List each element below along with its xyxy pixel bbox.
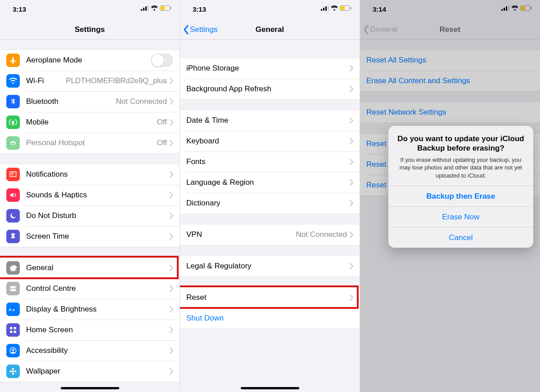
chevron-right-icon <box>170 98 173 105</box>
svg-rect-22 <box>325 6 327 11</box>
row-label: Home Screen <box>26 325 73 334</box>
svg-rect-12 <box>14 331 16 333</box>
svg-point-17 <box>12 373 14 375</box>
row-storage[interactable]: iPhone Storage <box>180 58 360 79</box>
row-label: Display & Brightness <box>26 305 97 314</box>
alert-button-backup[interactable]: Backup then Erase <box>388 186 533 206</box>
wifi-icon <box>151 5 158 11</box>
svg-rect-25 <box>341 6 345 10</box>
chevron-right-icon <box>170 213 173 219</box>
row-label: Aeroplane Mode <box>26 56 82 65</box>
chevron-right-icon <box>350 117 353 124</box>
svg-rect-20 <box>321 9 322 11</box>
chevron-right-icon <box>350 179 353 186</box>
row-label: Keyboard <box>186 137 219 146</box>
switches-icon <box>6 282 20 295</box>
svg-rect-2 <box>145 6 147 11</box>
row-bluetooth[interactable]: BluetoothNot Connected <box>0 91 180 112</box>
alert-sheet: Do you want to update your iCloud Backup… <box>388 126 533 248</box>
row-wifi[interactable]: Wi-FiPLDTHOMEFIBRd2e9Q_plus <box>0 71 180 91</box>
row-sounds[interactable]: Sounds & Haptics <box>0 185 180 205</box>
home-indicator[interactable] <box>61 387 119 389</box>
svg-point-18 <box>10 370 12 373</box>
row-dnd[interactable]: Do Not Disturb <box>0 205 180 226</box>
chevron-right-icon <box>170 78 173 84</box>
status-bar: 3:13 <box>0 0 180 20</box>
chevron-right-icon <box>170 265 173 271</box>
row-keyboard[interactable]: Keyboard <box>180 131 360 151</box>
row-hotspot[interactable]: Personal HotspotOff <box>0 133 180 153</box>
row-dictionary[interactable]: Dictionary <box>180 193 360 214</box>
row-value: Off <box>157 138 167 147</box>
row-notifications[interactable]: Notifications <box>0 164 180 185</box>
row-label: Shut Down <box>186 314 224 323</box>
row-display[interactable]: AADisplay & Brightness <box>0 299 180 320</box>
chevron-left-icon <box>183 25 189 35</box>
row-fonts[interactable]: Fonts <box>180 151 360 172</box>
alert-button-erasenow[interactable]: Erase Now <box>388 206 533 227</box>
status-time: 3:13 <box>13 5 26 13</box>
toggle[interactable] <box>151 53 173 67</box>
row-wallpaper[interactable]: Wallpaper <box>0 361 180 382</box>
chevron-right-icon <box>170 306 173 312</box>
row-label: General <box>26 263 53 272</box>
row-label: Bluetooth <box>26 97 58 106</box>
section: Date & TimeKeyboardFontsLanguage & Regio… <box>180 110 360 214</box>
row-vpn[interactable]: VPNNot Connected <box>180 224 360 245</box>
section: VPNNot Connected <box>180 224 360 245</box>
row-mobile[interactable]: MobileOff <box>0 112 180 133</box>
row-legal[interactable]: Legal & Regulatory <box>180 256 360 276</box>
svg-rect-26 <box>351 7 351 9</box>
row-homescreen[interactable]: Home Screen <box>0 320 180 340</box>
status-bar: 3:13 <box>180 0 360 20</box>
alert-message: If you erase without updating your backu… <box>396 156 525 180</box>
svg-rect-1 <box>143 8 144 11</box>
row-value: Not Connected <box>296 230 347 239</box>
alert-title: Do you want to update your iCloud Backup… <box>396 134 525 153</box>
row-language[interactable]: Language & Region <box>180 172 360 193</box>
chevron-right-icon <box>350 263 353 269</box>
svg-rect-11 <box>10 331 12 333</box>
chevron-right-icon <box>350 65 353 71</box>
chevron-right-icon <box>350 86 353 92</box>
row-aeroplane[interactable]: Aeroplane Mode <box>0 50 180 71</box>
row-general[interactable]: General <box>0 258 180 278</box>
row-label: Control Centre <box>26 284 76 293</box>
svg-point-15 <box>12 370 14 373</box>
row-label: Do Not Disturb <box>26 211 76 220</box>
row-accessibility[interactable]: Accessibility <box>0 340 180 361</box>
row-label: Legal & Regulatory <box>186 262 252 271</box>
chevron-right-icon <box>170 347 173 354</box>
battery-icon <box>160 5 171 11</box>
row-datetime[interactable]: Date & Time <box>180 110 360 131</box>
row-bgrefresh[interactable]: Background App Refresh <box>180 79 360 99</box>
row-label: Personal Hotspot <box>26 138 85 147</box>
back-button[interactable]: Settings <box>183 20 217 40</box>
bell-icon <box>6 168 20 181</box>
chevron-right-icon <box>170 285 173 292</box>
row-label: Background App Refresh <box>186 85 271 94</box>
row-shutdown[interactable]: Shut Down <box>180 308 360 329</box>
chevron-right-icon <box>170 233 173 240</box>
row-label: Wallpaper <box>26 367 60 376</box>
home-indicator[interactable] <box>241 387 299 389</box>
general-screen: 3:13 Settings General iPhone StorageBack… <box>180 0 360 392</box>
row-reset[interactable]: Reset <box>180 287 360 308</box>
row-label: Screen Time <box>26 232 69 241</box>
flower-icon <box>6 365 20 378</box>
gear-icon <box>6 261 20 275</box>
svg-rect-23 <box>328 5 329 11</box>
section: ResetShut Down <box>180 287 360 329</box>
link-icon <box>6 136 20 150</box>
row-controlcentre[interactable]: Control Centre <box>0 278 180 299</box>
section: Aeroplane ModeWi-FiPLDTHOMEFIBRd2e9Q_plu… <box>0 49 180 154</box>
alert-button-cancel[interactable]: Cancel <box>388 227 533 248</box>
row-label: Mobile <box>26 118 49 127</box>
section: Legal & Regulatory <box>180 255 360 277</box>
battery-icon <box>340 5 351 11</box>
row-screentime[interactable]: Screen Time <box>0 226 180 247</box>
svg-rect-21 <box>323 8 324 11</box>
bluetooth-icon <box>6 95 20 108</box>
svg-rect-0 <box>141 9 142 11</box>
airplane-icon <box>6 53 20 67</box>
